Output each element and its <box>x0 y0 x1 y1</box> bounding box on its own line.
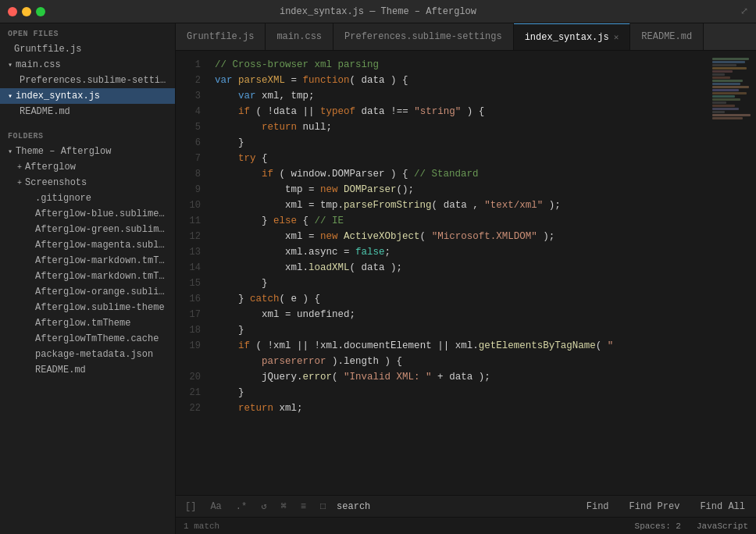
bracket-icon[interactable]: [] <box>182 500 199 514</box>
code-line-18: } <box>215 322 709 338</box>
code-line-11: } else { // IE <box>215 213 709 229</box>
line-num-7: 7 <box>176 151 209 166</box>
sidebar-item-maincss[interactable]: ▾ main.css <box>0 57 175 73</box>
sidebar-file-green[interactable]: Afterglow-green.sublime-the <box>0 222 175 237</box>
code-line-7: try { <box>215 151 709 166</box>
minimap-lines <box>709 51 756 126</box>
list-icon[interactable]: ≡ <box>298 500 309 514</box>
code-line-20: jQuery.error( "Invalid XML: " + data ); <box>215 369 709 385</box>
minimap-line <box>712 73 725 76</box>
sidebar-folder-screenshots[interactable]: + Screenshots <box>0 175 175 190</box>
triangle-icon: ▾ <box>8 60 12 69</box>
triangle-active-icon: ▾ <box>8 91 12 101</box>
line-num-9: 9 <box>176 182 209 198</box>
line-numbers: 1 2 3 4 5 6 7 8 9 10 11 12 13 14 15 16 1… <box>176 51 209 495</box>
window-title: index_syntax.js — Theme – Afterglow <box>280 6 476 17</box>
subfolder-icon: + <box>17 163 22 172</box>
bottom-bar: [] Aa .* ↺ ⌘ ≡ □ Find Find Prev Find All <box>176 495 756 517</box>
sidebar-item-indexsyntax[interactable]: ▾ index_syntax.js <box>0 88 175 104</box>
spaces-indicator[interactable]: Spaces: 2 <box>635 522 681 531</box>
code-line-4: if ( !data || typeof data !== "string" )… <box>215 104 709 119</box>
subfolder-screenshots-name: Screenshots <box>25 177 87 188</box>
folders-label: FOLDERS <box>0 126 175 144</box>
line-num-11: 11 <box>176 213 209 229</box>
minimap-line <box>712 98 740 101</box>
code-line-17: xml = undefined; <box>215 307 709 322</box>
minimap-line <box>712 86 749 88</box>
minimap-line <box>712 83 740 85</box>
line-num-15: 15 <box>176 276 209 291</box>
line-num-16: 16 <box>176 291 209 307</box>
tab-indexsyntax[interactable]: index_syntax.js ✕ <box>514 23 631 50</box>
code-line-14: xml.loadXML( data ); <box>215 260 709 276</box>
line-num-21: 21 <box>176 385 209 400</box>
sidebar-file-markdown1[interactable]: Afterglow-markdown.tmThem <box>0 253 175 269</box>
tab-gruntfile-label: Gruntfile.js <box>187 31 254 42</box>
square-icon[interactable]: □ <box>317 500 329 514</box>
tab-gruntfile[interactable]: Gruntfile.js <box>176 23 266 50</box>
find-button[interactable]: Find <box>582 500 614 514</box>
search-input[interactable] <box>337 501 454 512</box>
line-num-13: 13 <box>176 244 209 260</box>
sidebar-item-preferences[interactable]: Preferences.sublime-settings <box>0 73 175 88</box>
find-all-button[interactable]: Find All <box>695 500 750 514</box>
code-line-3: var xml, tmp; <box>215 88 709 104</box>
maximize-button[interactable] <box>36 7 45 16</box>
minimap-line <box>712 114 751 116</box>
sidebar-folder-afterglow[interactable]: + Afterglow <box>0 159 175 175</box>
find-prev-button[interactable]: Find Prev <box>625 500 685 514</box>
subfolder-name: Afterglow <box>25 162 76 173</box>
regex-icon[interactable]: .* <box>233 500 250 514</box>
sidebar-file-magenta[interactable]: Afterglow-magenta.sublime-t <box>0 237 175 253</box>
sidebar-file-blue[interactable]: Afterglow-blue.sublime-them <box>0 206 175 222</box>
line-num-20: 20 <box>176 369 209 385</box>
tab-close-icon[interactable]: ✕ <box>614 32 619 42</box>
line-num-5: 5 <box>176 119 209 135</box>
tab-readme[interactable]: README.md <box>630 23 704 50</box>
sidebar-file-tmtheme[interactable]: Afterglow.tmTheme <box>0 315 175 331</box>
titlebar: index_syntax.js — Theme – Afterglow ⤢ <box>0 0 756 23</box>
sidebar-file-markdown2[interactable]: Afterglow-markdown.tmThem <box>0 269 175 284</box>
line-num-cont <box>176 354 209 369</box>
expand-icon[interactable]: ⤢ <box>740 5 748 17</box>
sidebar-active-label: index_syntax.js <box>16 91 100 101</box>
sidebar-item-readme[interactable]: README.md <box>0 104 175 119</box>
tab-preferences[interactable]: Preferences.sublime-settings <box>333 23 514 50</box>
bottom-right: Find Find Prev Find All <box>582 500 750 514</box>
tab-maincss[interactable]: main.css <box>266 23 333 50</box>
language-indicator[interactable]: JavaScript <box>697 522 748 531</box>
sidebar-folder-theme[interactable]: ▾ Theme – Afterglow <box>0 144 175 159</box>
subfolder-screenshots-icon: + <box>17 179 22 187</box>
sidebar-file-orange[interactable]: Afterglow-orange.sublime-the <box>0 284 175 300</box>
code-container: 1 2 3 4 5 6 7 8 9 10 11 12 13 14 15 16 1… <box>176 51 756 495</box>
sidebar-item-gruntfile[interactable]: Gruntfile.js <box>0 41 175 57</box>
sidebar-file-gitignore[interactable]: .gitignore <box>0 190 175 206</box>
line-num-18: 18 <box>176 322 209 338</box>
sidebar-file-package[interactable]: package-metadata.json <box>0 347 175 362</box>
link-icon[interactable]: ⌘ <box>277 499 289 514</box>
close-button[interactable] <box>8 7 17 16</box>
sidebar-file-readme2[interactable]: README.md <box>0 362 175 378</box>
case-icon[interactable]: Aa <box>207 500 224 514</box>
minimap-line <box>712 61 745 63</box>
code-content[interactable]: // Cross-browser xml parsing var parseXM… <box>209 51 709 495</box>
sidebar-file-cache[interactable]: AfterglowTmTheme.cache <box>0 331 175 347</box>
tabs-bar: Gruntfile.js main.css Preferences.sublim… <box>176 23 756 51</box>
line-num-6: 6 <box>176 135 209 151</box>
undo-icon[interactable]: ↺ <box>258 499 269 514</box>
sidebar-file-sublime[interactable]: Afterglow.sublime-theme <box>0 300 175 315</box>
sidebar: OPEN FILES Gruntfile.js ▾ main.css Prefe… <box>0 23 176 534</box>
line-num-1: 1 <box>176 57 209 73</box>
folder-name: Theme – Afterglow <box>16 146 111 157</box>
code-line-13: xml.async = false; <box>215 244 709 260</box>
minimap-line <box>712 117 743 119</box>
tab-preferences-label: Preferences.sublime-settings <box>344 31 502 42</box>
code-line-9: tmp = new DOMParser(); <box>215 182 709 198</box>
line-num-19: 19 <box>176 338 209 354</box>
line-num-2: 2 <box>176 73 209 88</box>
minimap[interactable] <box>709 51 756 495</box>
minimize-button[interactable] <box>22 7 31 16</box>
minimap-line <box>712 105 735 107</box>
minimap-line <box>712 89 739 91</box>
minimap-line <box>712 101 726 104</box>
